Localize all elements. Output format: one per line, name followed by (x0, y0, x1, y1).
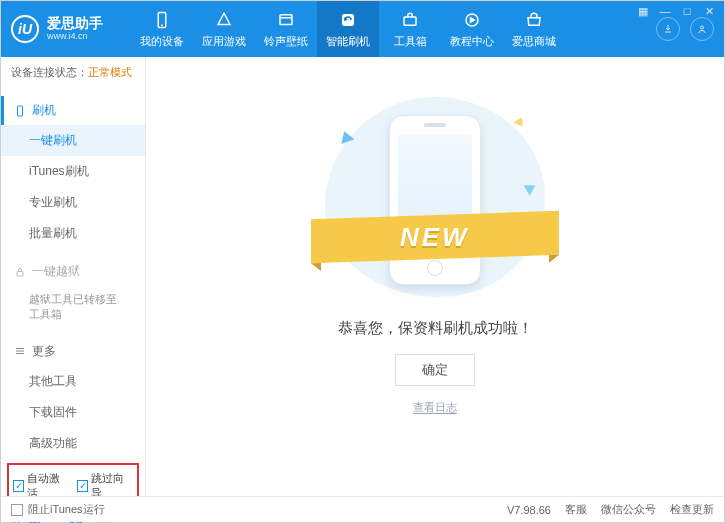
apps-icon (214, 10, 234, 30)
lock-icon (14, 266, 26, 278)
ok-button[interactable]: 确定 (395, 354, 475, 386)
svg-marker-7 (471, 17, 475, 22)
download-manager-icon[interactable] (656, 17, 680, 41)
sidebar-item-download-firmware[interactable]: 下载固件 (1, 397, 145, 428)
section-label: 一键越狱 (32, 263, 80, 280)
nav-tutorials[interactable]: 教程中心 (441, 1, 503, 57)
view-log-link[interactable]: 查看日志 (413, 400, 457, 415)
nav-ringtones[interactable]: 铃声壁纸 (255, 1, 317, 57)
section-flash[interactable]: 刷机 (1, 96, 145, 125)
nav-label: 教程中心 (450, 34, 494, 49)
svg-rect-10 (18, 106, 23, 116)
new-ribbon: NEW (311, 211, 559, 264)
svg-point-9 (701, 26, 704, 29)
sidebar-item-other-tools[interactable]: 其他工具 (1, 366, 145, 397)
phone-icon (14, 105, 26, 117)
nav-store[interactable]: 爱思商城 (503, 1, 565, 57)
statusbar: 阻止iTunes运行 V7.98.66 客服 微信公众号 检查更新 (1, 496, 724, 522)
body: 设备连接状态：正常模式 刷机 一键刷机 iTunes刷机 专业刷机 批量刷机 一… (1, 57, 724, 496)
main-content: NEW 恭喜您，保资料刷机成功啦！ 确定 查看日志 (146, 57, 724, 496)
phone-icon (152, 10, 172, 30)
status-label: 设备连接状态： (11, 66, 88, 78)
sidebar-item-batch-flash[interactable]: 批量刷机 (1, 218, 145, 249)
sidebar-item-oneclick-flash[interactable]: 一键刷机 (1, 125, 145, 156)
minimize-icon[interactable]: — (658, 4, 672, 18)
svg-rect-11 (17, 271, 23, 276)
brand: iU 爱思助手 www.i4.cn (11, 15, 131, 43)
brand-subtitle: www.i4.cn (47, 32, 103, 42)
window-controls: ▦ — □ ✕ (650, 17, 714, 41)
checkbox-label: 阻止iTunes运行 (28, 502, 105, 517)
nav-label: 爱思商城 (512, 34, 556, 49)
sidebar: 设备连接状态：正常模式 刷机 一键刷机 iTunes刷机 专业刷机 批量刷机 一… (1, 57, 146, 496)
nav-toolbox[interactable]: 工具箱 (379, 1, 441, 57)
nav-label: 我的设备 (140, 34, 184, 49)
menu-icon (14, 345, 26, 357)
section-jailbreak: 一键越狱 (1, 257, 145, 286)
user-icon[interactable] (690, 17, 714, 41)
tutorial-icon (462, 10, 482, 30)
section-more[interactable]: 更多 (1, 337, 145, 366)
sidebar-item-itunes-flash[interactable]: iTunes刷机 (1, 156, 145, 187)
nav-label: 铃声壁纸 (264, 34, 308, 49)
nav-my-device[interactable]: 我的设备 (131, 1, 193, 57)
top-nav: 我的设备 应用游戏 铃声壁纸 智能刷机 工具箱 教程中心 (131, 1, 650, 57)
brand-title: 爱思助手 (47, 16, 103, 31)
svg-rect-5 (404, 17, 416, 25)
nav-label: 工具箱 (394, 34, 427, 49)
wallpaper-icon (276, 10, 296, 30)
status-value: 正常模式 (88, 66, 132, 78)
nav-label: 应用游戏 (202, 34, 246, 49)
close-icon[interactable]: ✕ (702, 4, 716, 18)
toolbox-icon (400, 10, 420, 30)
svg-rect-4 (342, 14, 354, 26)
ribbon-text: NEW (400, 222, 470, 253)
nav-smart-flash[interactable]: 智能刷机 (317, 1, 379, 57)
success-illustration: NEW (325, 97, 545, 297)
flash-icon (338, 10, 358, 30)
section-label: 刷机 (32, 102, 56, 119)
sidebar-item-advanced[interactable]: 高级功能 (1, 428, 145, 459)
support-link[interactable]: 客服 (565, 502, 587, 517)
brand-logo-icon: iU (11, 15, 39, 43)
nav-label: 智能刷机 (326, 34, 370, 49)
success-message: 恭喜您，保资料刷机成功啦！ (338, 319, 533, 338)
maximize-icon[interactable]: □ (680, 4, 694, 18)
jailbreak-note: 越狱工具已转移至 工具箱 (1, 286, 145, 329)
titlebar: iU 爱思助手 www.i4.cn 我的设备 应用游戏 铃声壁纸 智能刷机 (1, 1, 724, 57)
checkbox-block-itunes[interactable]: 阻止iTunes运行 (11, 502, 105, 517)
app-window: iU 爱思助手 www.i4.cn 我的设备 应用游戏 铃声壁纸 智能刷机 (0, 0, 725, 523)
sidebar-item-pro-flash[interactable]: 专业刷机 (1, 187, 145, 218)
wechat-link[interactable]: 微信公众号 (601, 502, 656, 517)
check-update-link[interactable]: 检查更新 (670, 502, 714, 517)
store-icon (524, 10, 544, 30)
version-text: V7.98.66 (507, 504, 551, 516)
nav-apps[interactable]: 应用游戏 (193, 1, 255, 57)
menu-icon[interactable]: ▦ (636, 4, 650, 18)
section-label: 更多 (32, 343, 56, 360)
connection-status: 设备连接状态：正常模式 (1, 57, 145, 88)
svg-rect-2 (280, 14, 292, 24)
